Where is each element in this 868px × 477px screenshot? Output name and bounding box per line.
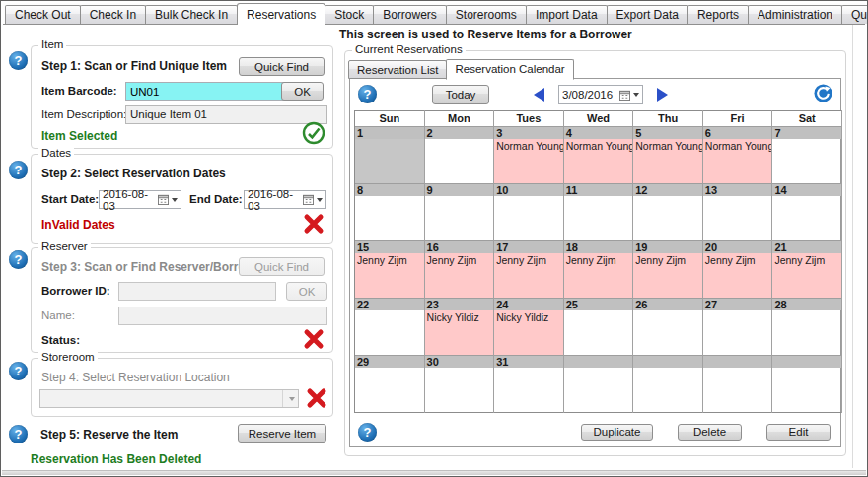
- help-icon-step3[interactable]: ?: [9, 250, 28, 269]
- calendar-day-cell[interactable]: 6Norman Young: [702, 126, 772, 183]
- main-tab-check-out[interactable]: Check Out: [5, 5, 81, 24]
- calendar-day-cell[interactable]: 14: [772, 183, 842, 240]
- help-icon-step1[interactable]: ?: [9, 51, 28, 70]
- calendar-day-number: 2: [425, 126, 494, 139]
- calendar-day-cell[interactable]: 28: [772, 298, 842, 355]
- calendar-day-cell[interactable]: 1: [355, 126, 425, 183]
- calendar-day-cell[interactable]: 22: [355, 298, 425, 355]
- calendar-day-cell[interactable]: [702, 355, 772, 413]
- calendar-day-cell[interactable]: 29: [355, 355, 425, 413]
- main-tab-quick-start[interactable]: Quick Start: [841, 5, 868, 24]
- calendar-day-cell[interactable]: 4Norman Young: [563, 126, 633, 183]
- main-tab-bulk-check-in[interactable]: Bulk Check In: [145, 5, 238, 24]
- calendar-day-header-wed: Wed: [563, 111, 633, 126]
- calendar-day-cell[interactable]: 18Jenny Zijm: [563, 240, 633, 298]
- previous-month-arrow-icon[interactable]: [534, 88, 544, 102]
- calendar-day-cell[interactable]: 24Nicky Yildiz: [494, 298, 564, 355]
- item-barcode-ok-button[interactable]: OK: [281, 82, 324, 101]
- calendar-day-cell[interactable]: 15Jenny Zijm: [355, 240, 425, 298]
- refresh-icon[interactable]: [814, 84, 832, 102]
- calendar-day-body: Norman Young: [494, 139, 563, 183]
- storeroom-combo[interactable]: [39, 389, 299, 408]
- calendar-day-cell[interactable]: 19Jenny Zijm: [633, 240, 703, 298]
- reservation-entry[interactable]: Jenny Zijm: [496, 254, 561, 266]
- calendar-day-cell[interactable]: 20Jenny Zijm: [702, 240, 772, 298]
- screen-description: This screen is used to Reserve Items for…: [339, 28, 632, 41]
- main-tab-administration[interactable]: Administration: [748, 5, 842, 24]
- calendar-day-cell[interactable]: 13: [702, 183, 772, 240]
- reservation-entry[interactable]: Norman Young: [635, 140, 700, 152]
- calendar-icon: [619, 90, 630, 101]
- start-date-picker[interactable]: 2016-08-03: [99, 190, 181, 209]
- reserver-group: Reserver Step 3: Scan or Find Reserver/B…: [31, 247, 333, 353]
- borrower-id-ok-button[interactable]: OK: [286, 282, 327, 301]
- main-tab-borrowers[interactable]: Borrowers: [373, 5, 447, 24]
- duplicate-button[interactable]: Duplicate: [581, 424, 653, 441]
- reservation-entry[interactable]: Jenny Zijm: [357, 254, 422, 266]
- reservation-entry[interactable]: Norman Young: [705, 140, 770, 152]
- calendar-day-cell[interactable]: 23Nicky Yildiz: [424, 298, 494, 355]
- reservation-entry[interactable]: Jenny Zijm: [774, 254, 839, 266]
- calendar-day-cell[interactable]: 11: [563, 183, 633, 240]
- help-icon-step5[interactable]: ?: [9, 425, 28, 443]
- tab-reservation-list[interactable]: Reservation List: [348, 60, 447, 79]
- reservation-entry[interactable]: Jenny Zijm: [635, 254, 700, 266]
- main-tab-storerooms[interactable]: Storerooms: [446, 5, 527, 24]
- help-icon-step2[interactable]: ?: [9, 161, 28, 179]
- reserve-item-button[interactable]: Reserve Item: [238, 424, 326, 443]
- calendar-day-cell[interactable]: 10: [494, 183, 564, 240]
- reservation-entry[interactable]: Jenny Zijm: [566, 254, 631, 266]
- calendar-day-cell[interactable]: 2: [424, 126, 494, 183]
- main-tab-export-data[interactable]: Export Data: [607, 5, 688, 24]
- reservation-entry[interactable]: Jenny Zijm: [427, 254, 492, 266]
- reservation-entry[interactable]: Norman Young: [496, 140, 561, 152]
- end-date-picker[interactable]: 2016-08-03: [244, 190, 326, 209]
- calendar-day-cell[interactable]: 9: [424, 183, 494, 240]
- item-quick-find-button[interactable]: Quick Find: [239, 57, 325, 76]
- borrower-id-input[interactable]: [118, 282, 276, 301]
- calendar-day-cell[interactable]: 8: [355, 183, 425, 240]
- calendar-day-cell[interactable]: [772, 355, 842, 413]
- next-month-arrow-icon[interactable]: [657, 88, 668, 102]
- today-button[interactable]: Today: [432, 85, 489, 104]
- calendar-day-cell[interactable]: 7: [772, 126, 842, 183]
- tab-reservation-calendar[interactable]: Reservation Calendar: [446, 59, 573, 80]
- help-icon-actions[interactable]: ?: [358, 423, 377, 442]
- chevron-down-icon: [172, 198, 178, 202]
- calendar-day-cell[interactable]: 31: [494, 355, 564, 413]
- panel-edge-divider: [852, 25, 853, 468]
- main-tab-reports[interactable]: Reports: [687, 5, 749, 24]
- calendar-day-cell[interactable]: 21Jenny Zijm: [772, 240, 842, 298]
- calendar-day-number: [633, 355, 702, 368]
- step1-title: Step 1: Scan or Find Unique Item: [41, 59, 227, 73]
- calendar-day-body: Jenny Zijm: [564, 253, 633, 298]
- calendar-day-cell[interactable]: 26: [633, 298, 703, 355]
- delete-button[interactable]: Delete: [678, 424, 742, 441]
- calendar-day-cell[interactable]: 5Norman Young: [633, 126, 703, 183]
- calendar-day-cell[interactable]: [563, 355, 633, 413]
- main-tab-reservations[interactable]: Reservations: [237, 3, 326, 25]
- help-icon-step4[interactable]: ?: [9, 362, 28, 380]
- main-tab-check-in[interactable]: Check In: [80, 5, 146, 24]
- reservation-entry[interactable]: Nicky Yildiz: [427, 311, 492, 323]
- calendar-day-cell[interactable]: 17Jenny Zijm: [494, 240, 564, 298]
- calendar-day-cell[interactable]: 16Jenny Zijm: [424, 240, 494, 298]
- calendar-day-cell[interactable]: 3Norman Young: [494, 126, 564, 183]
- main-tab-import-data[interactable]: Import Data: [526, 5, 608, 24]
- calendar-day-cell[interactable]: 25: [563, 298, 633, 355]
- reservation-entry[interactable]: Jenny Zijm: [705, 254, 770, 266]
- help-icon-calendar[interactable]: ?: [358, 85, 377, 103]
- main-tab-stock[interactable]: Stock: [325, 5, 374, 24]
- calendar-day-body: [425, 368, 494, 412]
- item-barcode-input[interactable]: [125, 82, 285, 101]
- calendar-day-cell[interactable]: 27: [702, 298, 772, 355]
- calendar-day-cell[interactable]: [633, 355, 703, 413]
- reservation-entry[interactable]: Norman Young: [566, 140, 631, 152]
- reservation-entry[interactable]: Nicky Yildiz: [496, 311, 561, 323]
- calendar-day-cell[interactable]: 30: [424, 355, 494, 413]
- calendar-day-cell[interactable]: 12: [633, 183, 703, 240]
- edit-button[interactable]: Edit: [766, 424, 831, 441]
- calendar-date-picker[interactable]: 3/08/2016: [558, 85, 643, 104]
- borrower-name-input[interactable]: [118, 307, 327, 325]
- reserver-quick-find-button[interactable]: Quick Find: [239, 257, 325, 276]
